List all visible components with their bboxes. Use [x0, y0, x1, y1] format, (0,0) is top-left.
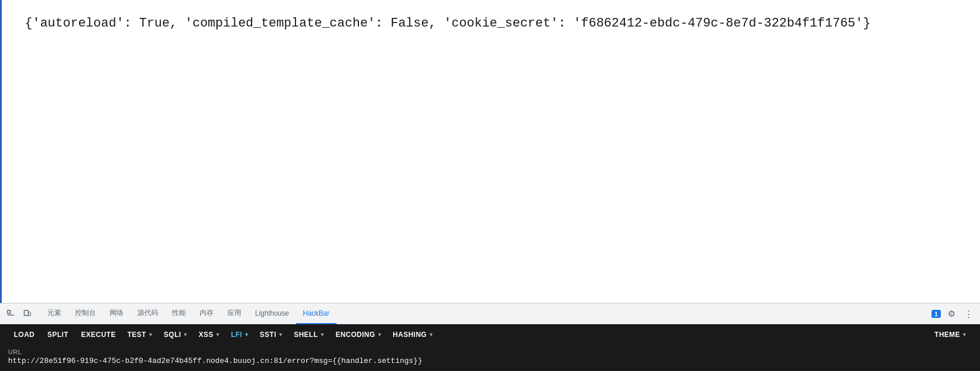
devtools-panel: 元素 控制台 网络 源代码 性能 内存 应用 Lighthouse HackBa… — [0, 303, 980, 371]
lfi-dropdown-arrow: ▼ — [244, 332, 249, 338]
hackbar-url-area: URL http://28e51f96-919c-475c-b2f0-4ad2e… — [0, 345, 980, 371]
inspect-element-icon[interactable] — [5, 308, 17, 320]
hackbar-split-button[interactable]: SPLIT — [42, 328, 74, 342]
tab-hackbar[interactable]: HackBar — [296, 303, 336, 324]
url-value: http://28e51f96-919c-475c-b2f0-4ad2e74b4… — [8, 357, 972, 365]
tab-performance[interactable]: 性能 — [165, 303, 193, 324]
hashing-dropdown-arrow: ▼ — [428, 332, 433, 338]
devtools-icon-group — [5, 308, 33, 320]
device-toggle-icon[interactable] — [21, 308, 33, 320]
hackbar-shell-button[interactable]: SHELL ▼ — [289, 328, 330, 342]
hackbar-xss-button[interactable]: XSS ▼ — [194, 328, 225, 342]
hackbar-encoding-button[interactable]: ENCODING ▼ — [331, 328, 387, 342]
response-text: {'autoreload': True, 'compiled_template_… — [25, 14, 957, 33]
hackbar-toolbar: LOAD SPLIT EXECUTE TEST ▼ SQLI ▼ XSS ▼ L… — [0, 324, 980, 345]
notification-badge: 1 — [932, 310, 941, 318]
xss-dropdown-arrow: ▼ — [215, 332, 220, 338]
hackbar-lfi-button[interactable]: LFI ▼ — [226, 328, 254, 342]
tab-memory[interactable]: 内存 — [193, 303, 220, 324]
tab-lighthouse[interactable]: Lighthouse — [248, 303, 296, 324]
hackbar-theme-button[interactable]: THEME ▼ — [930, 328, 972, 342]
tab-sources[interactable]: 源代码 — [130, 303, 165, 324]
url-label: URL — [8, 348, 972, 355]
tab-console[interactable]: 控制台 — [68, 303, 103, 324]
devtools-right-controls: 1 ⚙ ⋮ — [932, 307, 975, 321]
encoding-dropdown-arrow: ▼ — [377, 332, 382, 338]
test-dropdown-arrow: ▼ — [148, 332, 153, 338]
devtools-settings-icon[interactable]: ⚙ — [944, 307, 958, 321]
hackbar-sqli-button[interactable]: SQLI ▼ — [159, 328, 193, 342]
theme-dropdown-arrow: ▼ — [962, 332, 967, 338]
sqli-dropdown-arrow: ▼ — [183, 332, 188, 338]
hackbar-hashing-button[interactable]: HASHING ▼ — [388, 328, 439, 342]
browser-content: {'autoreload': True, 'compiled_template_… — [0, 0, 980, 303]
devtools-tabbar: 元素 控制台 网络 源代码 性能 内存 应用 Lighthouse HackBa… — [0, 303, 980, 324]
hackbar-test-button[interactable]: TEST ▼ — [123, 328, 158, 342]
tab-application[interactable]: 应用 — [220, 303, 248, 324]
shell-dropdown-arrow: ▼ — [320, 332, 325, 338]
hackbar-execute-button[interactable]: EXECUTE — [76, 328, 122, 342]
devtools-more-icon[interactable]: ⋮ — [962, 307, 975, 321]
svg-rect-2 — [24, 310, 28, 316]
hackbar-load-button[interactable]: LOAD — [8, 328, 40, 342]
tab-network[interactable]: 网络 — [103, 303, 130, 324]
svg-rect-0 — [8, 310, 10, 313]
hackbar-ssti-button[interactable]: SSTI ▼ — [255, 328, 288, 342]
ssti-dropdown-arrow: ▼ — [278, 332, 283, 338]
tab-elements[interactable]: 元素 — [40, 303, 68, 324]
